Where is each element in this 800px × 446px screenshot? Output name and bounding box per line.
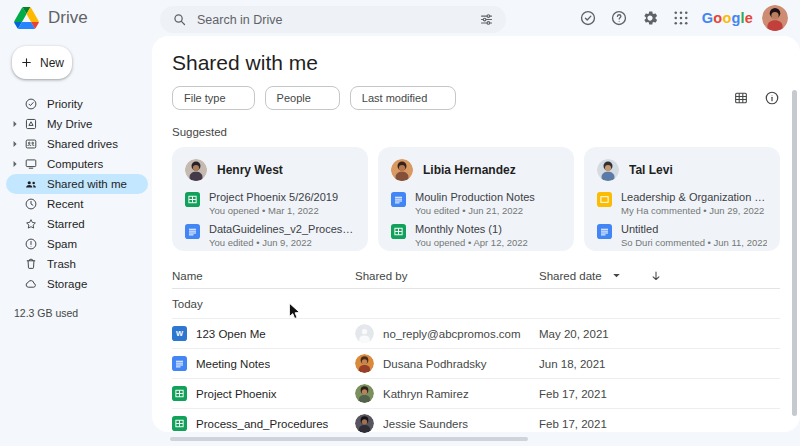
info-button[interactable] bbox=[764, 90, 780, 106]
sidebar-item-priority[interactable]: Priority bbox=[6, 94, 148, 114]
expand-caret-icon bbox=[9, 280, 21, 289]
sidebar-item-trash[interactable]: Trash bbox=[6, 254, 148, 274]
suggested-file-item[interactable]: Monthly Notes (1) You opened • Apr 12, 2… bbox=[391, 223, 561, 248]
drive-brand[interactable]: Drive bbox=[14, 7, 88, 29]
file-name: Moulin Production Notes bbox=[415, 191, 535, 203]
sidebar-item-label: Priority bbox=[47, 98, 83, 110]
chevron-down-icon bbox=[320, 94, 328, 102]
filter-chip-file-type[interactable]: File type bbox=[172, 86, 255, 110]
plus-icon bbox=[20, 56, 33, 69]
suggested-file-item[interactable]: Leadership & Organization Updates My Ha … bbox=[597, 191, 767, 216]
sheets-file-icon bbox=[172, 416, 187, 431]
column-header-name[interactable]: Name bbox=[172, 270, 355, 282]
suggested-file-item[interactable]: Moulin Production Notes You edited • Jun… bbox=[391, 191, 561, 216]
sidebar-item-recent[interactable]: Recent bbox=[6, 194, 148, 214]
sidebar-item-label: Storage bbox=[47, 278, 87, 290]
settings-gear-icon[interactable] bbox=[641, 9, 659, 27]
search-bar[interactable] bbox=[160, 6, 506, 33]
filter-chip-people[interactable]: People bbox=[265, 86, 340, 110]
chevron-down-icon bbox=[235, 94, 243, 102]
sheets-file-icon bbox=[185, 192, 200, 207]
google-apps-grid-icon[interactable] bbox=[672, 9, 690, 27]
sidebar-item-label: Recent bbox=[47, 198, 83, 210]
file-name: 123 Open Me bbox=[196, 328, 266, 340]
sidebar-item-my-drive[interactable]: My Drive bbox=[6, 114, 148, 134]
sharedwithme-icon bbox=[24, 177, 38, 191]
filter-chip-last-modified[interactable]: Last modified bbox=[350, 86, 456, 110]
suggested-cards: Henry West Project Phoenix 5/26/2019 You… bbox=[172, 147, 780, 251]
file-name: Process_and_Procedures bbox=[196, 418, 328, 430]
more-options-button[interactable] bbox=[755, 386, 771, 402]
table-row-process-and-procedures[interactable]: Process_and_Procedures Jessie Saunders F… bbox=[172, 408, 780, 438]
file-name: Leadership & Organization Updates bbox=[621, 191, 767, 203]
table-row-123-open-me[interactable]: W 123 Open Me no_reply@abcpromos.com May… bbox=[172, 318, 780, 348]
docs-file-icon bbox=[597, 224, 612, 239]
file-activity-meta: You opened • Mar 1, 2022 bbox=[209, 205, 338, 216]
shared-date-dropdown-caret-icon[interactable] bbox=[612, 271, 621, 280]
svg-text:W: W bbox=[176, 329, 184, 338]
sheets-file-icon bbox=[391, 224, 406, 239]
sidebar-item-label: Shared drives bbox=[47, 138, 118, 150]
search-input[interactable] bbox=[197, 13, 469, 27]
expand-caret-icon bbox=[9, 220, 21, 229]
person-name: Libia Hernandez bbox=[423, 163, 516, 177]
sidebar-item-shared-drives[interactable]: Shared drives bbox=[6, 134, 148, 154]
file-name: DataGuidelines_v2_Process_and_Pr… bbox=[209, 223, 355, 235]
sidebar-item-starred[interactable]: Starred bbox=[6, 214, 148, 234]
offline-status-icon[interactable] bbox=[579, 9, 597, 27]
person-name: Tal Levi bbox=[629, 163, 673, 177]
expand-caret-icon[interactable] bbox=[9, 160, 21, 169]
cloud-icon bbox=[24, 277, 38, 291]
sidebar-item-label: Spam bbox=[47, 238, 77, 250]
more-options-button[interactable] bbox=[755, 416, 771, 432]
sidebar-item-computers[interactable]: Computers bbox=[6, 154, 148, 174]
spam-icon bbox=[24, 237, 38, 251]
expand-caret-icon bbox=[9, 100, 21, 109]
sidebar-item-spam[interactable]: Spam bbox=[6, 234, 148, 254]
suggested-file-item[interactable]: Project Phoenix 5/26/2019 You opened • M… bbox=[185, 191, 355, 216]
docs-file-icon bbox=[172, 356, 187, 371]
sidebar-nav: Priority My Drive Shared drives Computer… bbox=[0, 94, 152, 294]
table-row-project-phoenix[interactable]: Project Phoenix Kathryn Ramirez Feb 17, … bbox=[172, 378, 780, 408]
docs-file-icon bbox=[391, 192, 406, 207]
word-file-icon: W bbox=[172, 326, 187, 341]
group-label-today: Today bbox=[172, 289, 780, 318]
table-row-meeting-notes[interactable]: Meeting Notes Dusana Podhradsky Jun 18, … bbox=[172, 348, 780, 378]
expand-caret-icon[interactable] bbox=[9, 140, 21, 149]
suggested-file-item[interactable]: Untitled So Duri commented • Jun 11, 202… bbox=[597, 223, 767, 248]
column-header-shared-date[interactable]: Shared date bbox=[539, 270, 602, 282]
shared-people-icon bbox=[279, 357, 292, 370]
search-icon bbox=[172, 12, 187, 27]
expand-caret-icon bbox=[9, 200, 21, 209]
mydrive-icon bbox=[24, 117, 38, 131]
sidebar-item-shared-with-me[interactable]: Shared with me bbox=[6, 174, 148, 194]
more-options-button[interactable] bbox=[755, 356, 771, 372]
expand-caret-icon bbox=[9, 260, 21, 269]
shared-date: May 20, 2021 bbox=[539, 328, 746, 340]
file-name: Project Phoenix bbox=[196, 388, 277, 400]
person-avatar bbox=[597, 159, 619, 181]
help-icon[interactable] bbox=[610, 9, 628, 27]
shared-date: Feb 17, 2021 bbox=[539, 418, 746, 430]
sheets-file-icon bbox=[172, 386, 187, 401]
file-name: Meeting Notes bbox=[196, 358, 270, 370]
search-options-tune-icon[interactable] bbox=[479, 12, 494, 27]
shared-people-icon bbox=[286, 387, 299, 400]
google-logo: Google bbox=[702, 10, 753, 26]
suggested-card-libia-hernandez: Libia Hernandez Moulin Production Notes … bbox=[378, 147, 574, 251]
expand-caret-icon[interactable] bbox=[9, 120, 21, 129]
storage-used-label: 12.3 GB used bbox=[14, 307, 152, 319]
grid-view-button[interactable] bbox=[733, 90, 749, 106]
more-options-button[interactable] bbox=[755, 326, 771, 342]
suggested-file-item[interactable]: DataGuidelines_v2_Process_and_Pr… You ed… bbox=[185, 223, 355, 248]
computers-icon bbox=[24, 157, 38, 171]
sort-direction-arrow-icon[interactable] bbox=[649, 269, 663, 283]
user-avatar[interactable] bbox=[762, 5, 788, 31]
vertical-scrollbar[interactable] bbox=[792, 90, 797, 416]
slides-file-icon bbox=[597, 192, 612, 207]
sidebar-item-storage[interactable]: Storage bbox=[6, 274, 148, 294]
new-button[interactable]: New bbox=[12, 46, 72, 79]
sharer-avatar bbox=[355, 354, 374, 373]
column-header-shared-by[interactable]: Shared by bbox=[355, 270, 539, 282]
horizontal-scrollbar[interactable] bbox=[170, 437, 528, 441]
